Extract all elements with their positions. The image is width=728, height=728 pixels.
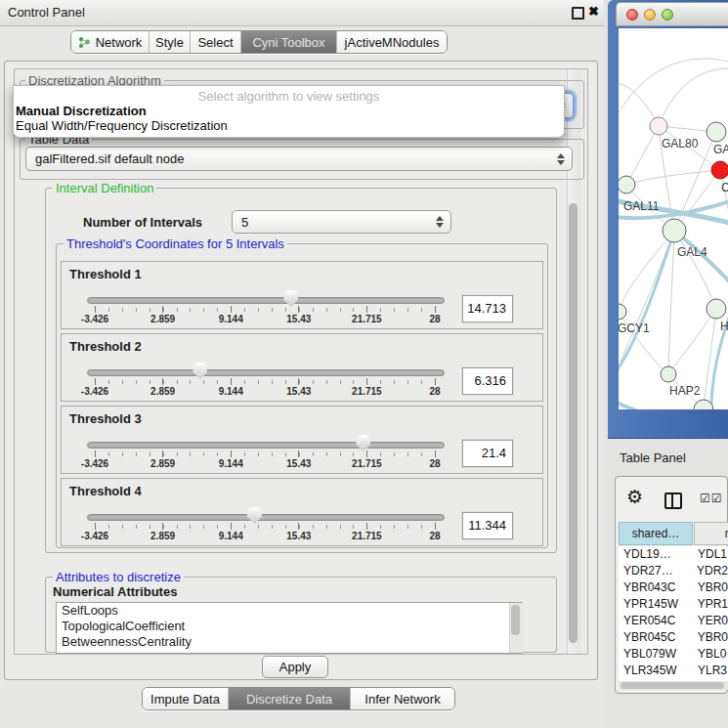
network-node[interactable] xyxy=(650,117,667,135)
close-traffic-light-icon[interactable] xyxy=(626,9,638,21)
network-node[interactable] xyxy=(663,219,686,242)
slider-track[interactable] xyxy=(87,514,445,521)
node-table[interactable]: YDL19…YDL1YDR27…YDR2YBR043CYBR0YPR145WYP… xyxy=(619,546,728,681)
tab-jactivemnodules[interactable]: jActiveMNodules xyxy=(337,31,447,53)
dropdown-item-equal-width-frequency[interactable]: Equal Width/Frequency Discretization xyxy=(16,118,228,133)
table-hscrollbar-thumb[interactable] xyxy=(621,682,724,689)
network-node[interactable] xyxy=(707,122,726,142)
network-edge[interactable] xyxy=(619,231,674,380)
node-label: GA xyxy=(713,143,728,156)
tab-style[interactable]: Style xyxy=(150,31,191,53)
control-panel-titlebar: Control Panel ✖ xyxy=(0,0,604,26)
numerical-attributes-list[interactable]: SelfLoopsTopologicalCoefficientBetweenne… xyxy=(56,602,523,654)
threshold-value-field[interactable]: 14.713 xyxy=(462,295,513,322)
list-item[interactable]: SelfLoops xyxy=(57,603,522,619)
slider-track[interactable] xyxy=(87,297,445,304)
network-edge[interactable] xyxy=(619,59,728,121)
slider-thumb[interactable] xyxy=(193,363,207,379)
slider-thumb[interactable] xyxy=(356,435,370,451)
float-panel-icon[interactable] xyxy=(572,7,584,20)
table-data-combobox[interactable]: galFiltered.sif default node xyxy=(25,147,573,171)
slider-major-tick xyxy=(366,306,367,313)
slider-major-tick xyxy=(366,450,367,457)
network-edge[interactable] xyxy=(626,126,659,185)
node-label: GCY1 xyxy=(619,321,650,335)
slider-tick-label: 9.144 xyxy=(207,458,254,469)
slider-major-tick xyxy=(95,523,96,530)
table-row[interactable]: YDL19…YDL1 xyxy=(619,546,728,563)
slider-track[interactable] xyxy=(87,369,445,376)
column-header-name[interactable]: n xyxy=(694,522,728,545)
minimize-traffic-light-icon[interactable] xyxy=(644,9,656,21)
table-row[interactable]: YBR045CYBR0 xyxy=(619,629,728,646)
tab-infer-network[interactable]: Infer Network xyxy=(351,688,454,709)
table-row[interactable]: YBL079WYBL0 xyxy=(619,646,728,663)
zoom-traffic-light-icon[interactable] xyxy=(662,9,673,21)
network-edge[interactable] xyxy=(668,231,674,374)
tab-label: Discretize Data xyxy=(246,692,332,707)
number-of-intervals-combobox[interactable]: 5 xyxy=(232,210,451,234)
network-canvas[interactable]: GAL80GACGAL11GAL4GCY1HHAP2 xyxy=(619,28,728,409)
table-row[interactable]: YER054CYER0 xyxy=(619,613,728,629)
table-cell: YDL19… xyxy=(619,546,694,563)
apply-button[interactable]: Apply xyxy=(262,656,328,678)
network-node[interactable] xyxy=(707,299,726,319)
list-item[interactable]: BetweennessCentrality xyxy=(57,634,522,650)
threshold-value-field[interactable]: 11.344 xyxy=(462,512,513,539)
list-item[interactable]: TopologicalCoefficient xyxy=(57,619,522,634)
network-node[interactable] xyxy=(619,304,626,320)
slider-tick-label: -3.426 xyxy=(71,386,118,397)
threshold-value-field[interactable]: 21.4 xyxy=(462,440,513,467)
slider-tick-label: 28 xyxy=(411,458,458,469)
tab-label: Infer Network xyxy=(364,692,440,707)
dropdown-placeholder-item[interactable]: Select algorithm to view settings xyxy=(14,89,564,104)
dropdown-item-manual-discretization[interactable]: Manual Discretization xyxy=(16,104,147,118)
threshold-label: Threshold 3 xyxy=(69,411,142,426)
panel-scrollbar-thumb[interactable] xyxy=(569,203,578,643)
slider-major-tick xyxy=(95,378,96,385)
algorithm-dropdown-popup: Select algorithm to view settings Manual… xyxy=(13,85,565,138)
slider-tick-label: 15.43 xyxy=(276,314,322,324)
threshold-label: Threshold 2 xyxy=(69,339,142,354)
tab-impute-data[interactable]: Impute Data xyxy=(143,688,229,709)
slider-thumb[interactable] xyxy=(247,507,262,524)
table-row[interactable]: YBR043CYBR0 xyxy=(619,579,728,596)
list-scrollbar-thumb[interactable] xyxy=(511,605,520,635)
slider-major-tick xyxy=(435,378,436,385)
tab-label: Network xyxy=(96,35,143,50)
threshold-value-field[interactable]: 6.316 xyxy=(462,367,513,395)
column-header-shared-name[interactable]: shared… xyxy=(619,522,693,545)
slider-minor-ticks xyxy=(95,308,436,312)
table-cell: YER054C xyxy=(619,613,694,629)
slider-minor-ticks xyxy=(95,452,436,456)
slider-track[interactable] xyxy=(87,442,445,449)
tab-select[interactable]: Select xyxy=(191,31,241,53)
table-row[interactable]: YDR27…YDR2 xyxy=(619,563,728,579)
network-window-titlebar[interactable] xyxy=(616,2,728,26)
columns-icon[interactable] xyxy=(664,492,682,509)
slider-tick-label: 2.859 xyxy=(140,386,187,397)
table-row[interactable]: YPR145WYPR1 xyxy=(619,596,728,613)
slider-thumb[interactable] xyxy=(283,290,298,307)
close-icon[interactable]: ✖ xyxy=(588,4,599,19)
slider-tick-label: 9.144 xyxy=(207,314,254,324)
checkboxes-icon[interactable]: ☑☑ xyxy=(700,492,723,505)
tab-network[interactable]: Network xyxy=(71,31,150,53)
table-cell: YPR1 xyxy=(694,596,728,613)
tab-label: Cyni Toolbox xyxy=(252,35,324,50)
tab-label: Impute Data xyxy=(150,692,220,707)
table-cell: YBR0 xyxy=(694,629,728,646)
network-node[interactable] xyxy=(711,161,728,179)
tab-cyni-toolbox[interactable]: Cyni Toolbox xyxy=(241,31,337,53)
network-edge[interactable] xyxy=(659,68,728,126)
combobox-arrows-icon xyxy=(553,153,568,165)
tab-discretize-data[interactable]: Discretize Data xyxy=(229,688,351,709)
network-edge[interactable] xyxy=(626,170,720,185)
network-node[interactable] xyxy=(619,176,635,193)
slider-major-tick xyxy=(435,523,436,530)
network-edge[interactable] xyxy=(674,231,716,309)
gear-icon[interactable]: ⚙ xyxy=(626,488,643,506)
network-node[interactable] xyxy=(661,366,676,382)
table-row[interactable]: YLR345WYLR3 xyxy=(619,663,728,679)
slider-tick-label: 21.715 xyxy=(343,531,390,541)
